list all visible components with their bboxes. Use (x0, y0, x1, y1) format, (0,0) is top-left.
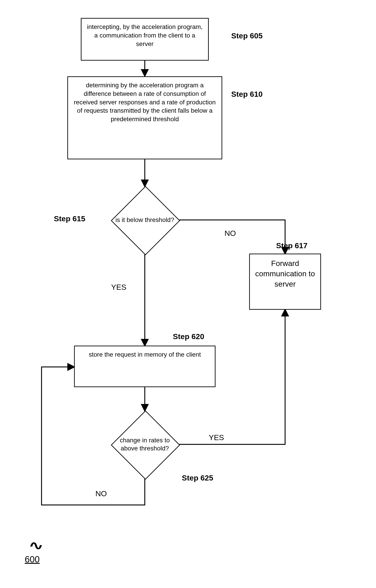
figure-ref-number: 600 (25, 554, 40, 564)
edge-yes-1: YES (111, 283, 126, 292)
step-605-text: intercepting, by the acceleration progra… (87, 23, 203, 47)
step-610-text: determining by the acceleration program … (74, 82, 216, 123)
step-617-box: Forward communication to server (249, 254, 321, 310)
step-620-box: store the request in memory of the clien… (74, 346, 215, 387)
step-625-decision: change in rates to above threshold? (111, 411, 178, 478)
step-615-label: Step 615 (54, 214, 85, 223)
step-625-label: Step 625 (182, 473, 213, 482)
step-617-text: Forward communication to server (255, 259, 315, 288)
edge-no-1: NO (225, 229, 236, 238)
step-620-text: store the request in memory of the clien… (89, 351, 201, 358)
step-605-label: Step 605 (231, 32, 263, 40)
step-610-box: determining by the acceleration program … (67, 76, 222, 159)
step-625-text: change in rates to above threshold? (113, 436, 176, 453)
step-615-decision: is it below threshold? (111, 186, 178, 254)
step-605-box: intercepting, by the acceleration progra… (81, 18, 209, 61)
step-617-label: Step 617 (276, 241, 308, 250)
edge-yes-2: YES (209, 433, 224, 442)
figure-ref-mark: ∿ (29, 538, 43, 553)
step-620-label: Step 620 (173, 332, 204, 341)
edge-no-2: NO (95, 489, 107, 498)
step-610-label: Step 610 (231, 90, 263, 98)
flowchart-canvas: intercepting, by the acceleration progra… (0, 0, 376, 588)
step-615-text: is it below threshold? (113, 216, 176, 224)
